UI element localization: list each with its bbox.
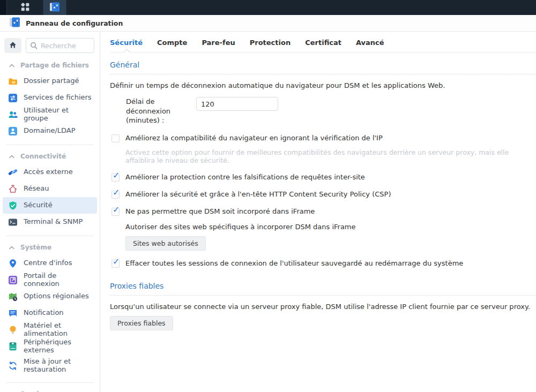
file-services-icon <box>8 93 18 103</box>
home-icon <box>9 41 17 51</box>
sidebar-section-systeme[interactable]: Système <box>0 237 100 255</box>
sidebar-item-securite[interactable]: Sécurité <box>3 197 97 214</box>
external-access-icon <box>8 167 18 178</box>
checkbox-checked[interactable]: ✓ <box>111 191 120 199</box>
sidebar-item-domaine-ldap[interactable]: Domaine/LDAP <box>3 123 97 139</box>
logout-timer-row: Délai de déconnexion (minutes) : <box>126 97 536 125</box>
chevron-up-icon <box>9 153 14 160</box>
section-heading-proxies: Proxies fiables <box>110 282 536 296</box>
control-panel-icon <box>9 17 20 29</box>
checkbox-label: Améliorer la sécurité et grâce à l'en-tê… <box>125 190 391 198</box>
chevron-up-icon <box>9 62 14 69</box>
checkbox-help-text: Activez cette option pour fournir de mei… <box>125 148 536 164</box>
iframe-sub-text: Autoriser des sites web spécifiques à in… <box>125 223 536 231</box>
proxies-intro-text: Lorsqu'un utilisateur se connecte via un… <box>110 303 536 311</box>
tab-pare-feu[interactable]: Pare-feu <box>202 39 235 47</box>
main-panel: Sécurité Compte Pare-feu Protection Cert… <box>100 32 536 392</box>
sidebar-section-connectivite[interactable]: Connectivité <box>0 146 100 164</box>
checkbox-row-csrf-protection: ✓ Améliorer la protection contre les fal… <box>110 173 536 182</box>
checkbox-label: Ne pas permettre que DSM soit incorporé … <box>125 207 315 215</box>
update-restore-icon <box>8 360 18 371</box>
checkbox-row-csp: ✓ Améliorer la sécurité et grâce à l'en-… <box>110 190 536 199</box>
sidebar-item-options-regionales[interactable]: Options régionales <box>3 288 97 305</box>
general-intro-text: Définir un temps de déconnexion automati… <box>110 81 536 89</box>
sidebar-item-utilisateur-groupe[interactable]: Utilisateur et groupe <box>3 106 97 123</box>
section-heading-general: Général <box>110 61 536 74</box>
regional-options-icon <box>8 291 18 302</box>
sidebar-item-mise-a-jour[interactable]: Mise à jour et restauration <box>3 355 97 377</box>
taskbar-control-panel-tab[interactable] <box>43 0 66 15</box>
user-group-icon <box>8 109 18 120</box>
tab-securite[interactable]: Sécurité <box>110 39 143 47</box>
sidebar-item-terminal-snmp[interactable]: Terminal & SNMP <box>3 214 97 230</box>
checkbox-label: Effacer toutes les sessions de connexion… <box>125 259 463 267</box>
notification-icon <box>8 308 18 319</box>
sidebar-item-services-fichiers[interactable]: Services de fichiers <box>3 89 97 106</box>
search-icon <box>30 42 38 51</box>
checkbox-unchecked[interactable]: ✓ <box>111 134 120 142</box>
sidebar-item-acces-externe[interactable]: Accès externe <box>3 164 97 180</box>
logout-timer-label: Délai de déconnexion (minutes) : <box>126 97 189 125</box>
sidebar-item-portail-connexion[interactable]: Portail de connexion <box>3 272 97 288</box>
shared-folder-icon <box>8 76 18 87</box>
checkbox-label: Améliorer la protection contre les falsi… <box>125 173 365 181</box>
main-menu-button[interactable] <box>7 0 43 15</box>
external-devices-icon <box>8 341 18 352</box>
info-center-icon <box>8 258 18 269</box>
chevron-up-icon <box>9 244 14 251</box>
sidebar-item-dossier-partage[interactable]: Dossier partagé <box>3 73 97 89</box>
main-menu-grid-icon <box>20 2 30 13</box>
logout-timer-input[interactable] <box>196 97 278 111</box>
sidebar-item-materiel-alimentation[interactable]: Matériel et alimentation <box>3 321 97 338</box>
checkbox-label: Améliorez la compatibilité du navigateur… <box>125 134 383 142</box>
window-title: Panneau de configuration <box>26 19 123 27</box>
tab-certificat[interactable]: Certificat <box>305 39 341 47</box>
domain-ldap-icon <box>8 126 18 137</box>
checkbox-row-clear-sessions: ✓ Effacer toutes les sessions de connexi… <box>110 259 536 268</box>
sidebar-item-centre-infos[interactable]: Centre d'infos <box>3 255 97 272</box>
search-box <box>26 38 94 53</box>
trusted-proxies-button[interactable]: Proxies fiables <box>110 316 173 330</box>
desktop-taskbar <box>0 0 536 15</box>
checkbox-checked[interactable]: ✓ <box>111 208 120 216</box>
terminal-snmp-icon <box>8 217 18 228</box>
checkbox-row-ip-compatibility: ✓ Améliorez la compatibilité du navigate… <box>110 134 536 142</box>
login-portal-icon <box>8 275 18 285</box>
tab-avance[interactable]: Avancé <box>356 39 384 47</box>
taskbar-corner <box>0 0 7 15</box>
checkbox-row-iframe: ✓ Ne pas permettre que DSM soit incorpor… <box>110 207 536 216</box>
network-icon <box>8 184 18 194</box>
sidebar-item-reseau[interactable]: Réseau <box>3 180 97 197</box>
tab-bar: Sécurité Compte Pare-feu Protection Cert… <box>110 39 536 52</box>
sidebar: Partage de fichiers Dossier partagé <box>0 32 100 392</box>
security-icon <box>8 200 18 211</box>
control-panel-icon <box>49 2 60 14</box>
window-titlebar[interactable]: Panneau de configuration <box>0 15 536 32</box>
checkbox-checked[interactable]: ✓ <box>111 260 120 268</box>
sidebar-item-notification[interactable]: Notification <box>3 305 97 321</box>
allowed-websites-button[interactable]: Sites web autorisés <box>125 236 206 251</box>
checkbox-checked[interactable]: ✓ <box>111 174 120 182</box>
sidebar-item-peripheriques-externes[interactable]: Périphériques externes <box>3 338 97 355</box>
home-button[interactable] <box>4 38 21 53</box>
sidebar-section-partage[interactable]: Partage de fichiers <box>0 55 100 73</box>
tab-compte[interactable]: Compte <box>157 39 187 47</box>
tab-protection[interactable]: Protection <box>250 39 291 47</box>
sidebar-section-services[interactable]: Services <box>0 384 100 392</box>
hardware-power-icon <box>8 325 18 335</box>
